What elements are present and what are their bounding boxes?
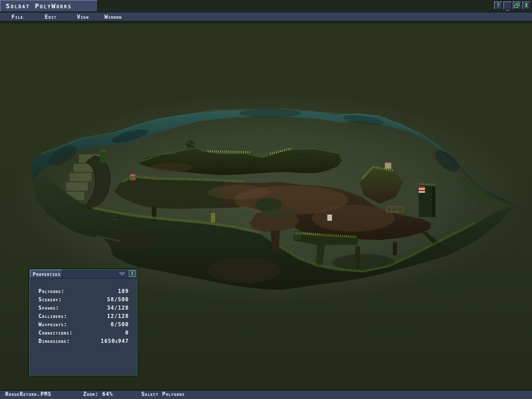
minimize-icon: _ (506, 5, 509, 10)
row-dimensions: Dimensions: 1650x947 (30, 337, 137, 345)
collapse-chevron-icon[interactable] (118, 272, 126, 276)
status-active-tool: Select Polygons (141, 391, 185, 397)
menu-bar: File Edit View Window (0, 12, 532, 21)
help-icon: ? (497, 3, 500, 8)
menu-window[interactable]: Window (104, 14, 122, 20)
window-title: Soldat PolyWorks (1, 2, 72, 10)
title-bar: Soldat PolyWorks ? _ X (0, 0, 532, 12)
row-polygons: Polygons: 189 (30, 287, 137, 295)
properties-title-box: Properties (30, 270, 62, 277)
row-scenery: Scenery: 58/500 (30, 295, 137, 303)
restore-button[interactable] (513, 2, 521, 9)
crate (110, 215, 118, 221)
window-controls: ? _ X (494, 2, 530, 9)
status-bar: RogueReturn.PMS Zoom: 64% Select Polygon… (0, 391, 532, 399)
stump (210, 212, 216, 223)
flag-column (419, 185, 435, 217)
menu-edit[interactable]: Edit (45, 14, 57, 20)
white-sign (327, 215, 332, 221)
row-connections: Connections: 0 (30, 328, 137, 337)
green-cylinder (100, 151, 106, 163)
row-colliders: Colliders: 12/128 (30, 312, 137, 320)
app-window: Soldat PolyWorks ? _ X File Edit View Wi… (0, 0, 532, 399)
close-icon: X (525, 3, 528, 8)
minimize-button[interactable]: _ (503, 2, 512, 9)
window-title-box: Soldat PolyWorks (0, 0, 98, 12)
row-waypoints: Waypoints: 0/500 (30, 320, 137, 328)
status-zoom-level: Zoom: 64% (83, 391, 113, 397)
wooden-crate (385, 163, 391, 169)
properties-panel-titlebar[interactable]: Properties X (30, 270, 137, 278)
row-spawns: Spawns: 34/128 (30, 303, 137, 312)
green-crate (298, 149, 305, 155)
properties-panel: Properties X Polygons: 189 Scenery: 58/5… (29, 269, 138, 376)
red-flag (419, 187, 425, 193)
restore-icon (514, 3, 520, 8)
help-button[interactable]: ? (494, 2, 502, 9)
close-button[interactable]: X (522, 2, 530, 9)
support-leg (393, 242, 397, 255)
menu-view[interactable]: View (77, 14, 89, 20)
menu-file[interactable]: File (11, 14, 23, 20)
properties-rows: Polygons: 189 Scenery: 58/500 Spawns: 34… (30, 278, 137, 345)
panel-close-button[interactable]: X (129, 270, 136, 277)
status-file-name: RogueReturn.PMS (5, 391, 51, 397)
properties-title: Properties (31, 271, 61, 277)
